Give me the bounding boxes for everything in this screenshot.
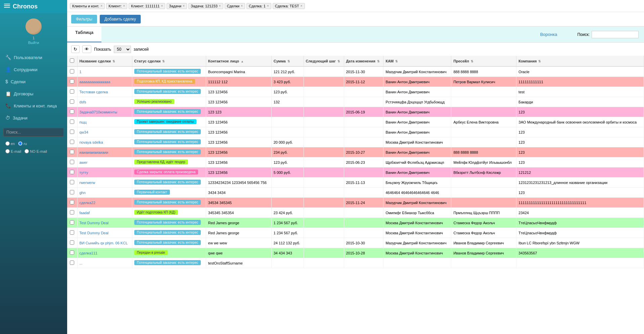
deal-name-link[interactable]: иаиаиаиаиаиаии (80, 150, 108, 154)
deal-name-link[interactable]: сделка111 (80, 251, 98, 255)
deal-name-link[interactable]: Задача0710комменты (80, 110, 118, 114)
row-checkbox[interactable] (70, 79, 74, 84)
sort-icon[interactable]: ⇅ (162, 60, 165, 63)
deal-name-link[interactable]: faadaf (80, 211, 90, 215)
filter-tag-5[interactable]: Сделки × (225, 3, 245, 9)
row-checkbox[interactable] (70, 109, 74, 114)
lang-ru-option[interactable]: ru (18, 141, 27, 146)
add-deal-button[interactable]: Добавить сделку (100, 15, 141, 23)
sort-icon[interactable]: ⇅ (538, 60, 541, 63)
deal-name-link[interactable]: тутту (80, 171, 88, 175)
filter-tag-6[interactable]: Сделка: 1 × (246, 3, 271, 9)
row-checkbox[interactable] (70, 230, 74, 235)
row-checkbox[interactable] (70, 190, 74, 194)
filter-tag-1[interactable]: Клиент: × (106, 3, 127, 9)
sort-icon[interactable]: ⇅ (377, 60, 380, 63)
table-row: ааааааааааааааа Подготовка КП, КД приост… (67, 77, 644, 87)
deal-name-link[interactable]: ВИ Сынийъ qx phjm. 06 KCL (80, 241, 128, 245)
toggle-columns-button[interactable]: 👁 (82, 45, 91, 53)
row-checkbox[interactable] (70, 89, 74, 94)
deal-name-cell: Задача0710комменты (77, 107, 132, 117)
row-checkbox-cell (67, 117, 77, 127)
col-sum[interactable]: Сумма ⇅ (271, 56, 304, 66)
refresh-button[interactable]: ↻ (71, 45, 80, 53)
row-checkbox[interactable] (70, 150, 74, 154)
deal-name-link[interactable]: пщц (80, 120, 87, 124)
col-contact[interactable]: Контактное лицо ▲ (206, 56, 271, 66)
sort-icon[interactable]: ⇅ (112, 60, 115, 63)
presale-cell (451, 178, 516, 188)
row-checkbox[interactable] (70, 120, 74, 124)
row-checkbox[interactable] (70, 210, 74, 214)
col-deal-name[interactable]: Название сделки ⇅ (77, 56, 132, 66)
col-company[interactable]: Компания ⇅ (516, 56, 644, 66)
deal-name-link[interactable]: Test Dummy Deal (80, 221, 109, 225)
next-step-cell (304, 178, 344, 188)
row-checkbox[interactable] (70, 140, 74, 144)
col-deal-status[interactable]: Статус сделки ⇅ (132, 56, 206, 66)
deal-name-link[interactable]: awer (80, 160, 88, 164)
tab-funnel[interactable]: Воронка (532, 29, 565, 40)
deal-name-link[interactable]: Test Dummy Deal (80, 231, 109, 235)
contact-cell: 123 123456 (206, 87, 271, 97)
deal-name-link[interactable]: Тестовая сделка (80, 90, 108, 94)
no-email-option[interactable]: NO E-mail (25, 149, 47, 153)
deal-name-cell: faadaf (77, 208, 132, 218)
contact-cell: 123 123456 (206, 117, 271, 127)
table-search-input[interactable] (592, 31, 639, 38)
deal-name-link[interactable]: ... (80, 261, 83, 265)
deal-name-link[interactable]: сделка22 (80, 201, 96, 205)
deal-name-link[interactable]: qw34 (80, 130, 88, 134)
hamburger-menu-icon[interactable] (4, 4, 10, 10)
row-checkbox[interactable] (70, 240, 74, 245)
deal-name-link[interactable]: dsfs (80, 100, 86, 104)
filter-tag-3[interactable]: Задачи × (167, 3, 187, 9)
deal-name-link[interactable]: rwerwerw (80, 181, 95, 185)
deal-name-link[interactable]: novaya sdelka (80, 140, 103, 144)
sort-icon[interactable]: ⇅ (287, 60, 290, 63)
deal-name-link[interactable]: 1 (80, 70, 82, 74)
filter-tag-0[interactable]: Клиенты и конт. × (70, 3, 105, 9)
row-checkbox[interactable] (70, 260, 74, 265)
filter-tag-2[interactable]: Клиент: 1111111 × (129, 3, 165, 9)
row-checkbox[interactable] (70, 250, 74, 255)
sort-icon-asc[interactable]: ▲ (241, 60, 244, 63)
sidebar-item-users[interactable]: 🔧 Пользователи (0, 51, 67, 63)
lang-en-option[interactable]: en (5, 141, 15, 146)
sidebar-item-label: Пользователи (14, 55, 42, 60)
sort-icon[interactable]: ⇅ (471, 60, 473, 63)
sort-icon[interactable]: ⇅ (395, 60, 398, 63)
sidebar-item-deals[interactable]: $ Сделки (0, 76, 67, 88)
sidebar-search-input[interactable] (3, 128, 64, 137)
filter-tag-4[interactable]: Задача: 121233 × (188, 3, 223, 9)
col-kam[interactable]: КАМ ⇅ (383, 56, 451, 66)
next-step-cell (304, 238, 344, 248)
logout-link[interactable]: Выйти (28, 41, 39, 45)
sidebar-item-contracts[interactable]: 📋 Договоры (0, 88, 67, 100)
row-checkbox[interactable] (70, 170, 74, 174)
presale-cell (451, 127, 516, 137)
deal-name-link[interactable]: ghn (80, 191, 86, 195)
sidebar-item-clients[interactable]: 📞 Клиенты и конт. лица (0, 100, 67, 112)
row-checkbox[interactable] (70, 220, 74, 225)
col-next-step[interactable]: Следующий шаг ⇅ (304, 56, 344, 66)
select-all-checkbox[interactable] (70, 58, 74, 63)
per-page-select[interactable]: 10 25 50 100 (114, 46, 131, 53)
row-checkbox[interactable] (70, 130, 74, 134)
filter-button[interactable]: Фильтры (71, 15, 97, 23)
email-option[interactable]: E-mail (5, 149, 21, 153)
sort-icon[interactable]: ⇅ (337, 60, 340, 63)
row-checkbox[interactable] (70, 69, 74, 74)
row-checkbox[interactable] (70, 180, 74, 184)
filter-tag-7[interactable]: Сделка: TEST × (273, 3, 305, 9)
deal-name-cell: тутту (77, 168, 132, 178)
row-checkbox[interactable] (70, 160, 74, 164)
col-date[interactable]: Дата изменения ⇅ (344, 56, 383, 66)
sidebar-item-tasks[interactable]: ⏱ Задачи (0, 112, 67, 124)
col-presale[interactable]: Пресейл ⇅ (451, 56, 516, 66)
sidebar-item-employees[interactable]: 👤 Сотрудники (0, 63, 67, 76)
deal-name-link[interactable]: ааааааааааааааа (80, 80, 110, 84)
tab-table[interactable]: Таблица (67, 27, 101, 42)
row-checkbox[interactable] (70, 99, 74, 104)
row-checkbox[interactable] (70, 200, 74, 204)
